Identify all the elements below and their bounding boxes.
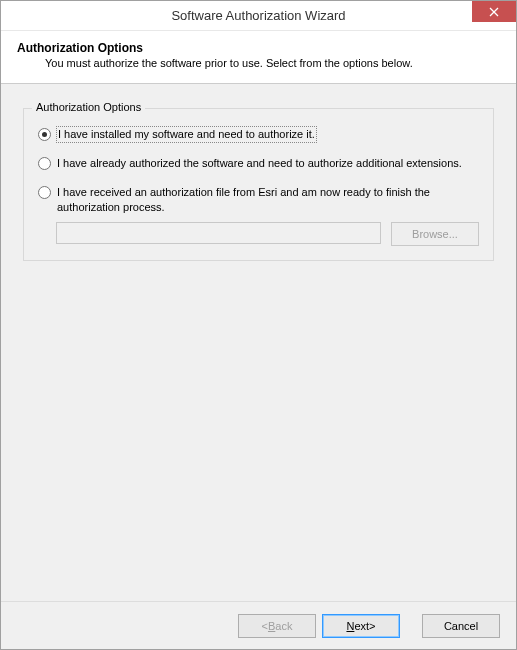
close-button[interactable]: [472, 1, 516, 22]
radio-option-additional-extensions[interactable]: I have already authorized the software a…: [38, 156, 479, 171]
next-button-label: Next: [346, 620, 369, 632]
radio-label: I have installed my software and need to…: [57, 127, 316, 142]
page-title: Authorization Options: [17, 41, 500, 55]
authorization-file-row: Browse...: [56, 222, 479, 246]
radio-icon: [38, 128, 51, 141]
group-legend: Authorization Options: [32, 101, 145, 113]
content-area: Authorization Options I have installed m…: [1, 84, 516, 601]
back-button-label: Back: [268, 620, 292, 632]
radio-icon: [38, 186, 51, 199]
radio-option-authorization-file[interactable]: I have received an authorization file fr…: [38, 185, 479, 215]
authorization-file-input: [56, 222, 381, 244]
cancel-button[interactable]: Cancel: [422, 614, 500, 638]
radio-option-authorize-now[interactable]: I have installed my software and need to…: [38, 127, 479, 142]
window-title: Software Authorization Wizard: [171, 8, 345, 23]
radio-label: I have already authorized the software a…: [57, 156, 462, 171]
back-button: < Back: [238, 614, 316, 638]
radio-label: I have received an authorization file fr…: [57, 185, 479, 215]
wizard-footer: < Back Next > Cancel: [1, 601, 516, 649]
wizard-header: Authorization Options You must authorize…: [1, 31, 516, 84]
close-icon: [489, 7, 499, 17]
browse-button: Browse...: [391, 222, 479, 246]
authorization-options-group: Authorization Options I have installed m…: [23, 108, 494, 261]
page-subtitle: You must authorize the software prior to…: [17, 57, 500, 69]
wizard-window: Software Authorization Wizard Authorizat…: [0, 0, 517, 650]
next-button[interactable]: Next >: [322, 614, 400, 638]
radio-icon: [38, 157, 51, 170]
titlebar: Software Authorization Wizard: [1, 1, 516, 31]
